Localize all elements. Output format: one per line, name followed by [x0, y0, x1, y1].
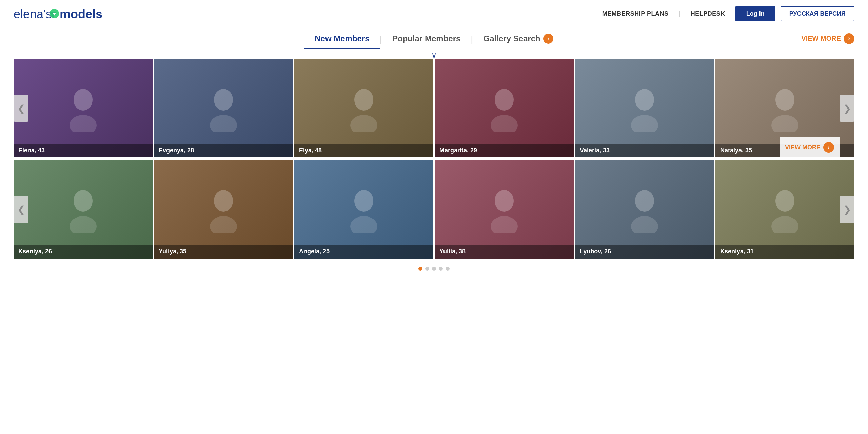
svg-point-27 [775, 190, 794, 212]
next-arrow-row1[interactable]: ❯ [840, 95, 854, 122]
gallery-section: ❮ Elena, 43 Evgenya, 28 Elya, 48 Margari… [0, 59, 868, 259]
member-name-age: Yuliya, 35 [154, 245, 293, 259]
pagination-dot[interactable] [439, 267, 443, 271]
pagination-dot[interactable] [418, 267, 422, 271]
member-photo [154, 160, 293, 259]
svg-point-14 [631, 115, 658, 132]
member-photo [435, 160, 574, 259]
member-photo [575, 59, 714, 157]
login-button[interactable]: Log In [735, 6, 775, 21]
pagination-dot[interactable] [425, 267, 429, 271]
svg-point-23 [495, 190, 514, 212]
member-name-age: Margarita, 29 [435, 144, 574, 157]
member-card[interactable]: Elya, 48 [294, 59, 433, 157]
next-arrow-row2[interactable]: ❯ [840, 196, 854, 223]
member-card[interactable]: Valeria, 33 [575, 59, 714, 157]
gallery-search-arrow-icon: › [543, 34, 553, 44]
member-photo [435, 59, 574, 157]
member-name-age: Elena, 43 [14, 144, 153, 157]
member-card[interactable]: Lyubov, 26 [575, 160, 714, 259]
member-photo [715, 160, 854, 259]
svg-point-17 [74, 190, 93, 212]
member-name-age: Yuliia, 38 [435, 245, 574, 259]
gallery-row-1: ❮ Elena, 43 Evgenya, 28 Elya, 48 Margari… [14, 59, 854, 157]
member-photo [294, 59, 433, 157]
svg-point-5 [74, 89, 93, 111]
pagination-dot[interactable] [432, 267, 436, 271]
member-photo [154, 59, 293, 157]
svg-point-15 [775, 89, 794, 111]
svg-point-9 [354, 89, 373, 111]
member-card[interactable]: Angela, 25 [294, 160, 433, 259]
gallery-search-label: Gallery Search [484, 34, 540, 43]
member-card[interactable]: Evgenya, 28 [154, 59, 293, 157]
svg-point-11 [495, 89, 514, 111]
member-name-age: Valeria, 33 [575, 144, 714, 157]
member-name-age: Lyubov, 26 [575, 245, 714, 259]
member-photo [575, 160, 714, 259]
svg-point-8 [210, 115, 237, 132]
svg-text:♥: ♥ [53, 11, 56, 17]
member-photo [14, 59, 153, 157]
view-more-top-link[interactable]: VIEW MORE › [801, 33, 854, 44]
member-card[interactable]: Kseniya, 26 [14, 160, 153, 259]
russian-version-button[interactable]: РУССКАЯ ВЕРСИЯ [781, 6, 854, 21]
svg-point-21 [354, 190, 373, 212]
view-more-bottom-arrow-icon: › [823, 142, 834, 153]
svg-text:elena's: elena's [14, 7, 52, 21]
member-name-age: Evgenya, 28 [154, 144, 293, 157]
membership-plans-link[interactable]: MEMBERSHIP PLANS [602, 10, 669, 17]
svg-point-6 [70, 115, 97, 132]
gallery-row-1-wrapper: ❮ Elena, 43 Evgenya, 28 Elya, 48 Margari… [14, 59, 854, 157]
svg-text:models: models [60, 7, 102, 21]
member-card[interactable]: Elena, 43 [14, 59, 153, 157]
member-card[interactable]: Yuliya, 35 [154, 160, 293, 259]
logo-svg: elena's ♥ models ♥ [14, 3, 108, 24]
member-name-age: Elya, 48 [294, 144, 433, 157]
member-name-age: Angela, 25 [294, 245, 433, 259]
member-card[interactable]: Margarita, 29 [435, 59, 574, 157]
svg-point-18 [70, 216, 97, 233]
svg-point-28 [771, 216, 798, 233]
svg-point-16 [771, 115, 798, 132]
svg-point-24 [491, 216, 518, 233]
svg-point-10 [350, 115, 377, 132]
gallery-row-2-wrapper: ❮ Kseniya, 26 Yuliya, 35 Angela, 25 Yuli… [14, 160, 854, 259]
main-nav: MEMBERSHIP PLANS | HELPDESK [602, 10, 725, 18]
svg-point-20 [210, 216, 237, 233]
prev-arrow-row1[interactable]: ❮ [14, 95, 28, 122]
view-more-top-arrow-icon: › [844, 33, 854, 44]
tab-active-indicator: ∨ [0, 50, 868, 59]
svg-point-22 [350, 216, 377, 233]
svg-point-13 [635, 89, 654, 111]
view-more-top-label: VIEW MORE [801, 35, 841, 42]
prev-arrow-row2[interactable]: ❮ [14, 196, 28, 223]
view-more-bottom-label: VIEW MORE [785, 144, 821, 151]
tab-new-members[interactable]: New Members [304, 34, 379, 49]
svg-point-25 [635, 190, 654, 212]
view-more-bottom-row1[interactable]: VIEW MORE › [780, 137, 840, 157]
member-card[interactable]: Yuliia, 38 [435, 160, 574, 259]
member-name-age: Kseniya, 31 [715, 245, 854, 259]
tab-gallery-search[interactable]: Gallery Search › [473, 34, 564, 50]
logo[interactable]: elena's ♥ models ♥ [14, 3, 108, 24]
tab-navigation: New Members | Popular Members | Gallery … [0, 27, 868, 50]
site-header: elena's ♥ models ♥ MEMBERSHIP PLANS | HE… [0, 0, 868, 27]
gallery-row-2: ❮ Kseniya, 26 Yuliya, 35 Angela, 25 Yuli… [14, 160, 854, 259]
pagination [0, 261, 868, 273]
member-photo [294, 160, 433, 259]
svg-point-7 [214, 89, 233, 111]
svg-point-26 [631, 216, 658, 233]
nav-divider-1: | [678, 10, 680, 18]
member-cards-row2: Kseniya, 26 Yuliya, 35 Angela, 25 Yuliia… [14, 160, 854, 259]
member-card[interactable]: Kseniya, 31 [715, 160, 854, 259]
tab-popular-members[interactable]: Popular Members [382, 34, 471, 49]
svg-point-12 [491, 115, 518, 132]
svg-point-19 [214, 190, 233, 212]
member-photo [14, 160, 153, 259]
helpdesk-link[interactable]: HELPDESK [691, 10, 725, 17]
pagination-dot[interactable] [446, 267, 450, 271]
tab-separator-1: | [380, 34, 382, 50]
member-name-age: Kseniya, 26 [14, 245, 153, 259]
tab-separator-2: | [471, 34, 473, 50]
